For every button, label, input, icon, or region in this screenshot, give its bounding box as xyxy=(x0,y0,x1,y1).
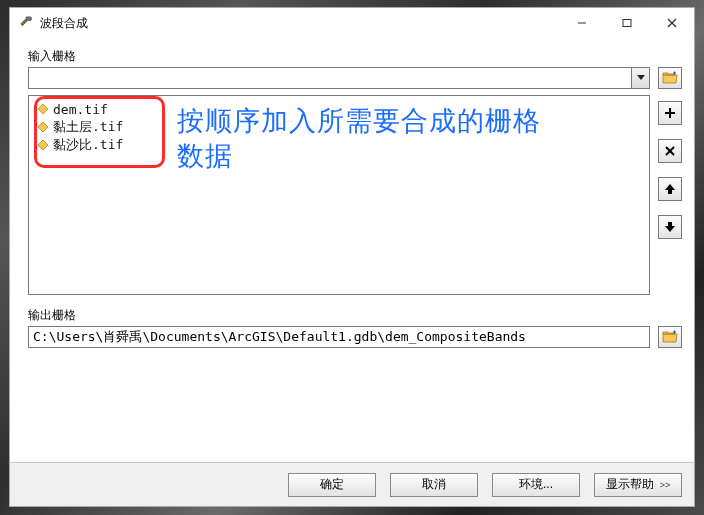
cancel-button-label: 取消 xyxy=(422,476,446,493)
environments-button-label: 环境... xyxy=(519,476,553,493)
browse-output-button[interactable] xyxy=(658,326,682,348)
svg-marker-5 xyxy=(637,75,645,80)
close-button[interactable] xyxy=(649,8,694,38)
move-up-button[interactable] xyxy=(658,177,682,201)
input-raster-field[interactable] xyxy=(29,68,631,88)
hammer-icon xyxy=(18,15,34,31)
ok-button[interactable]: 确定 xyxy=(288,473,376,497)
list-item-label: 黏沙比.tif xyxy=(53,136,123,154)
move-down-button[interactable] xyxy=(658,215,682,239)
input-raster-combo[interactable] xyxy=(28,67,650,89)
browse-input-button[interactable] xyxy=(658,67,682,89)
show-help-button[interactable]: 显示帮助 >> xyxy=(594,473,682,497)
dialog-button-bar: 确定 取消 环境... 显示帮助 >> xyxy=(10,462,694,506)
list-item[interactable]: 黏土层.tif xyxy=(29,118,649,136)
dialog-window: 波段合成 输入栅格 xyxy=(9,7,695,507)
svg-rect-0 xyxy=(26,17,31,21)
list-item[interactable]: dem.tif xyxy=(29,100,649,118)
list-item-label: 黏土层.tif xyxy=(53,118,123,136)
svg-marker-7 xyxy=(38,122,48,132)
svg-marker-13 xyxy=(665,184,675,194)
raster-layer-icon xyxy=(37,121,49,133)
list-side-buttons xyxy=(658,95,682,239)
svg-marker-8 xyxy=(38,140,48,150)
output-raster-label: 输出栅格 xyxy=(28,307,682,324)
dialog-content: 输入栅格 d xyxy=(10,38,694,462)
show-help-button-label: 显示帮助 xyxy=(606,476,654,493)
raster-layer-icon xyxy=(37,103,49,115)
output-raster-field[interactable] xyxy=(28,326,650,348)
minimize-button[interactable] xyxy=(559,8,604,38)
svg-rect-2 xyxy=(623,20,631,27)
raster-layer-icon xyxy=(37,139,49,151)
list-item-label: dem.tif xyxy=(53,102,108,117)
raster-listbox[interactable]: dem.tif 黏土层.tif 黏沙比.tif 按顺序加入所需要合成的栅 xyxy=(28,95,650,295)
chevron-right-icon: >> xyxy=(660,480,671,490)
titlebar: 波段合成 xyxy=(10,8,694,38)
window-title: 波段合成 xyxy=(40,15,88,32)
svg-marker-14 xyxy=(665,222,675,232)
remove-item-button[interactable] xyxy=(658,139,682,163)
add-item-button[interactable] xyxy=(658,101,682,125)
cancel-button[interactable]: 取消 xyxy=(390,473,478,497)
combo-dropdown-button[interactable] xyxy=(631,68,649,88)
ok-button-label: 确定 xyxy=(320,476,344,493)
list-item[interactable]: 黏沙比.tif xyxy=(29,136,649,154)
svg-marker-6 xyxy=(38,104,48,114)
input-raster-label: 输入栅格 xyxy=(28,48,682,65)
environments-button[interactable]: 环境... xyxy=(492,473,580,497)
maximize-button[interactable] xyxy=(604,8,649,38)
